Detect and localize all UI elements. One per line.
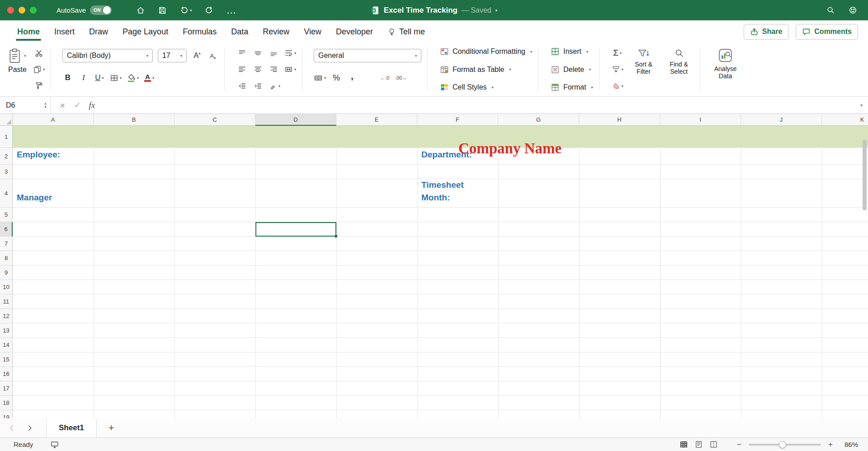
column-header-A[interactable]: A [13,114,94,126]
merge-center-dropdown-icon[interactable]: ▾ [294,67,296,71]
clear-dropdown-icon[interactable]: ▾ [622,84,623,88]
more-commands-button[interactable]: … [226,8,237,13]
worksheet-grid[interactable]: Company Name Employee: Department: Manag… [0,114,868,418]
cut-button[interactable] [33,47,45,59]
fill-color-dropdown-icon[interactable]: ▾ [137,76,139,80]
cell-A4[interactable]: Manager [13,179,94,207]
cell-F4[interactable]: Timesheet Month: [417,179,498,207]
row-header-2[interactable]: 2 [0,148,13,165]
name-box-spinner[interactable]: ▲▼ [44,102,47,109]
column-header-G[interactable]: G [498,114,579,126]
tab-insert[interactable]: Insert [47,20,82,43]
column-header-I[interactable]: I [660,114,741,126]
row-header-1[interactable]: 1 [0,126,13,148]
tab-review[interactable]: Review [255,20,297,43]
minimize-window-button[interactable] [19,7,25,14]
align-top-button[interactable] [237,47,248,59]
fill-dropdown-icon[interactable]: ▾ [622,67,623,71]
underline-dropdown-icon[interactable]: ▾ [102,76,104,80]
borders-dropdown-icon[interactable]: ▾ [120,76,122,80]
orientation-dropdown-icon[interactable]: ▾ [278,84,280,88]
undo-button[interactable]: ▾ [179,6,192,15]
align-left-button[interactable] [237,64,248,76]
vertical-scrollbar[interactable] [863,140,867,210]
font-name-select[interactable]: Calibri (Body) ▾ [62,49,153,62]
wrap-text-dropdown-icon[interactable]: ▾ [294,51,296,55]
row-header-7[interactable]: 7 [0,237,13,251]
row-header-9[interactable]: 9 [0,266,13,280]
row-header-11[interactable]: 11 [0,294,13,309]
row-header-6[interactable]: 6 [0,222,13,237]
copy-button[interactable]: ▾ [33,64,45,76]
autosave-toggle[interactable]: ON [90,5,112,15]
decrease-font-size-button[interactable]: A▾ [208,50,218,62]
column-header-K[interactable]: K [822,114,868,126]
normal-view-icon[interactable] [679,440,688,449]
sort-filter-button[interactable]: Sort & Filter [629,47,659,92]
autosum-button[interactable]: Σ ▾ [612,47,623,59]
increase-decimal-button[interactable]: ←.0 [379,72,390,84]
row-header-3[interactable]: 3 [0,165,13,179]
delete-cells-button[interactable]: Delete ▾ [551,65,593,74]
cell-F2[interactable]: Department: [417,148,498,164]
insert-function-icon[interactable]: fx [89,100,95,110]
page-layout-view-icon[interactable] [694,440,703,449]
zoom-slider-thumb[interactable] [779,441,786,448]
add-sheet-button[interactable]: + [108,423,114,432]
confirm-entry-icon[interactable]: ✓ [74,100,80,110]
column-header-E[interactable]: E [336,114,417,126]
fill-button[interactable]: ▾ [612,64,623,76]
name-box[interactable]: D6 ▲▼ [0,97,51,114]
decrease-indent-button[interactable] [237,80,248,92]
increase-font-size-button[interactable]: A▴ [192,50,203,62]
comments-button[interactable]: Comments [796,24,858,40]
insert-cells-button[interactable]: Insert ▾ [551,47,593,56]
autosum-dropdown-icon[interactable]: ▾ [620,51,622,55]
column-header-B[interactable]: B [94,114,175,126]
search-button[interactable] [826,6,835,14]
column-header-H[interactable]: H [579,114,660,126]
row-header-14[interactable]: 14 [0,338,13,352]
company-name-banner-cell[interactable]: Company Name [13,126,868,147]
undo-dropdown-icon[interactable]: ▾ [190,8,192,13]
column-header-D[interactable]: D [255,114,336,126]
orientation-button[interactable]: ab ▾ [269,80,280,92]
paste-button[interactable]: ▾ Paste [8,47,27,92]
select-all-corner[interactable] [0,114,13,126]
zoom-slider[interactable] [749,441,821,448]
tab-data[interactable]: Data [224,20,255,43]
column-header-C[interactable]: C [175,114,255,126]
format-painter-button[interactable] [33,80,45,91]
sheet-tab-sheet1[interactable]: Sheet1 [46,418,97,437]
row-header-17[interactable]: 17 [0,381,13,396]
row-header-4[interactable]: 4 [0,179,13,208]
row-header-8[interactable]: 8 [0,251,13,266]
tab-tell-me[interactable]: Tell me [380,20,432,43]
previous-sheet-icon[interactable] [8,424,16,432]
clear-button[interactable]: ▾ [612,80,623,92]
align-bottom-button[interactable] [269,47,279,59]
row-header-5[interactable]: 5 [0,208,13,222]
fill-handle[interactable] [334,234,338,238]
comma-style-button[interactable]: , [347,72,358,84]
column-header-F[interactable]: F [417,114,498,126]
align-right-button[interactable] [269,64,279,76]
tab-developer[interactable]: Developer [329,20,380,43]
font-size-dropdown-icon[interactable]: ▾ [180,54,182,58]
tab-formulas[interactable]: Formulas [175,20,224,43]
accounting-dropdown-icon[interactable]: ▾ [324,76,326,80]
zoom-in-icon[interactable]: + [828,440,833,449]
title-dropdown-icon[interactable]: ▾ [495,8,498,13]
status-keyboard-icon[interactable] [50,440,59,449]
underline-button[interactable]: U ▾ [94,72,105,84]
row-header-13[interactable]: 13 [0,323,13,338]
row-header-19[interactable]: 19 [0,410,13,418]
selected-cell-outline[interactable] [255,222,336,237]
wrap-text-button[interactable]: ▾ [284,47,296,59]
share-button[interactable]: Share [744,24,788,40]
borders-button[interactable]: ▾ [110,72,122,84]
format-cells-button[interactable]: Format ▾ [551,83,593,92]
row-header-16[interactable]: 16 [0,367,13,381]
format-as-table-button[interactable]: Format as Table ▾ [440,65,532,74]
tab-page-layout[interactable]: Page Layout [115,20,175,43]
